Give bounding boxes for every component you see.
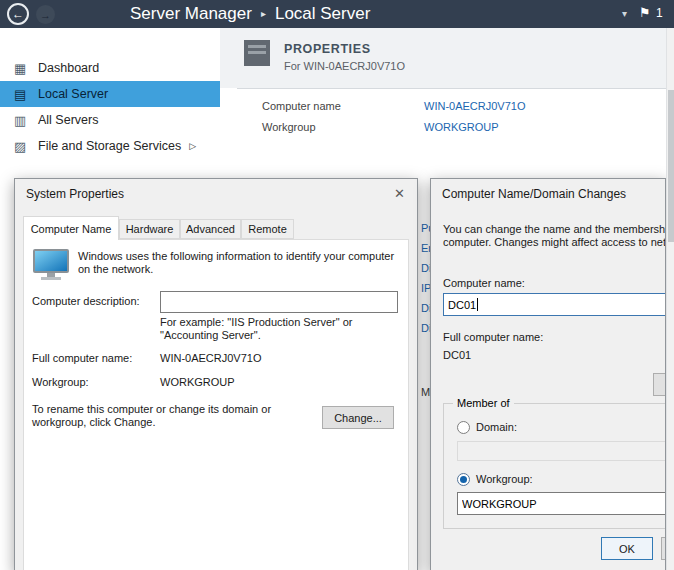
sidebar-item-label: All Servers: [38, 113, 98, 127]
tab-label: Advanced: [186, 223, 235, 235]
properties-subheading: For WIN-0AECRJ0V71O: [284, 60, 405, 72]
properties-tile-header: [220, 28, 666, 88]
sidebar-item-label: Local Server: [38, 87, 108, 101]
tab-computer-name[interactable]: Computer Name: [23, 216, 119, 240]
intro-line-1: Windows uses the following information t…: [78, 250, 394, 263]
dashboard-icon: ▦: [14, 62, 29, 75]
expander-icon[interactable]: ▷: [189, 141, 196, 151]
rename-line-1: To rename this computer or change its do…: [32, 403, 271, 416]
property-label-computer-name: Computer name: [262, 100, 341, 112]
titlebar: ← → Server Manager▸Local Server ▾ ⚑ 1: [0, 0, 674, 28]
computer-description-label: Computer description:: [32, 295, 140, 308]
chevron-down-icon[interactable]: ▾: [622, 8, 627, 19]
tab-label: Remote: [248, 223, 287, 235]
tab-remote[interactable]: Remote: [241, 219, 294, 239]
tab-hardware[interactable]: Hardware: [119, 219, 180, 239]
more-button[interactable]: [653, 373, 666, 396]
server-icon: ▤: [14, 88, 29, 101]
intro-line-2: computer. Changes might affect access to…: [443, 236, 666, 249]
properties-heading: PROPERTIES: [284, 42, 371, 56]
dialog-title: System Properties: [26, 187, 124, 201]
dialog-title: Computer Name/Domain Changes: [442, 187, 626, 201]
page-title: Local Server: [275, 4, 370, 23]
full-computer-name-value: WIN-0AECRJ0V71O: [160, 352, 261, 365]
workgroup-label: Workgroup:: [32, 376, 89, 389]
ok-button[interactable]: OK: [601, 537, 653, 560]
storage-icon: ▨: [14, 140, 29, 153]
workgroup-radio[interactable]: [457, 473, 470, 486]
close-icon[interactable]: ✕: [394, 186, 405, 201]
text-cursor: [477, 298, 478, 311]
rename-line-2: workgroup, click Change.: [32, 416, 156, 429]
breadcrumb: Server Manager▸Local Server: [130, 3, 370, 27]
computer-name-label: Computer name:: [443, 277, 525, 290]
forward-arrow-icon: →: [40, 9, 51, 21]
system-properties-dialog: System Properties ✕ Computer Name Hardwa…: [14, 178, 418, 570]
domain-radio-label[interactable]: Domain:: [476, 421, 517, 434]
workgroup-value: WORKGROUP: [160, 376, 235, 389]
back-button[interactable]: ←: [7, 3, 29, 25]
change-button[interactable]: Change...: [322, 406, 394, 429]
workgroup-radio-label[interactable]: Workgroup:: [476, 473, 533, 486]
clipped-property-label: M: [421, 386, 430, 398]
sidebar-item-label: File and Storage Services: [38, 139, 181, 153]
divider: [237, 88, 666, 89]
sidebar-item-local-server[interactable]: ▤ Local Server: [0, 81, 220, 107]
computer-description-input[interactable]: [160, 291, 398, 313]
notification-count[interactable]: 1: [656, 6, 663, 20]
sidebar-item-all-servers[interactable]: ▥ All Servers: [0, 107, 220, 133]
forward-button[interactable]: →: [36, 5, 55, 24]
app-title: Server Manager: [130, 4, 252, 23]
tab-advanced[interactable]: Advanced: [180, 219, 241, 239]
sidebar-item-dashboard[interactable]: ▦ Dashboard: [0, 55, 220, 81]
intro-line-1: You can change the name and the membersh…: [443, 223, 666, 236]
domain-radio[interactable]: [457, 421, 470, 434]
back-arrow-icon: ←: [12, 7, 24, 21]
sidebar-item-file-storage-services[interactable]: ▨ File and Storage Services ▷: [0, 133, 220, 159]
tab-label: Hardware: [126, 223, 174, 235]
notification-flag-icon[interactable]: ⚑: [639, 5, 651, 20]
properties-tile-icon: [244, 40, 270, 66]
workgroup-input[interactable]: [457, 492, 666, 515]
computer-name-input[interactable]: DC01: [443, 293, 666, 316]
tab-label: Computer Name: [31, 223, 112, 235]
computer-name-tab-panel: Windows uses the following information t…: [23, 239, 409, 570]
scrollbar-thumb[interactable]: [668, 90, 674, 242]
sidebar-item-label: Dashboard: [38, 61, 99, 75]
servers-icon: ▥: [14, 114, 29, 127]
domain-input-disabled: [457, 441, 666, 461]
example-line-2: "Accounting Server".: [160, 329, 261, 342]
property-value-workgroup[interactable]: WORKGROUP: [424, 121, 499, 133]
full-computer-name-label: Full computer name:: [443, 331, 543, 344]
computer-monitor-icon: [32, 248, 70, 282]
computer-name-value: DC01: [448, 299, 476, 311]
breadcrumb-separator-icon: ▸: [261, 8, 266, 19]
member-of-label: Member of: [453, 397, 514, 409]
full-computer-name-value: DC01: [443, 349, 471, 362]
vertical-scrollbar[interactable]: [666, 28, 674, 570]
radio-dot: [460, 476, 467, 483]
property-label-workgroup: Workgroup: [262, 121, 316, 133]
computer-name-domain-changes-dialog: Computer Name/Domain Changes You can cha…: [430, 178, 666, 570]
intro-line-2: on the network.: [78, 263, 153, 276]
full-computer-name-label: Full computer name:: [32, 352, 132, 365]
example-line-1: For example: "IIS Production Server" or: [160, 316, 352, 329]
property-value-computer-name[interactable]: WIN-0AECRJ0V71O: [424, 100, 525, 112]
